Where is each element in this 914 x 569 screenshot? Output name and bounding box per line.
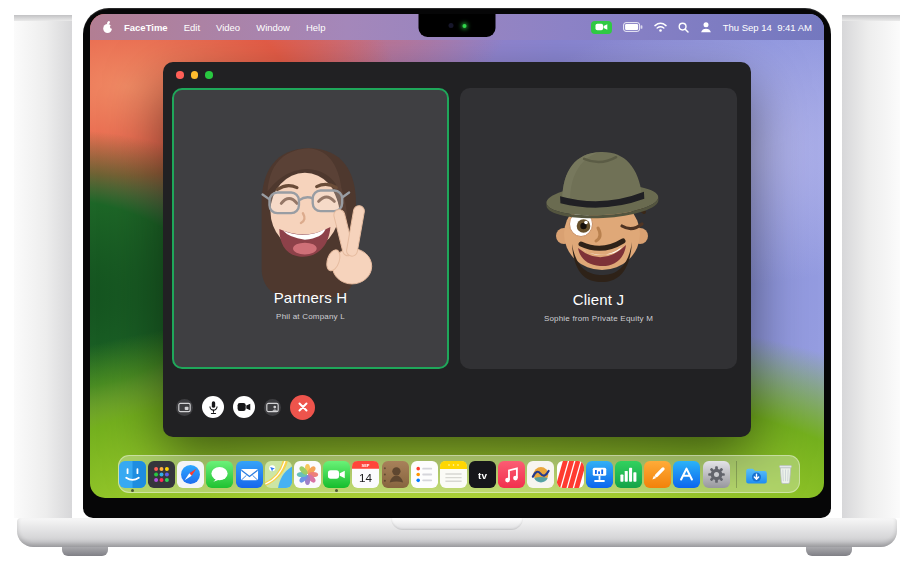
dock-icon-pages[interactable] — [644, 461, 671, 488]
spotlight-search-icon[interactable] — [678, 22, 689, 33]
minimize-window-button[interactable] — [191, 71, 199, 79]
app-menus: FaceTime Edit Video Window Help — [124, 22, 326, 33]
facetime-window[interactable]: Partners H Phil at Company L — [163, 62, 751, 437]
participant-tile-client-j[interactable]: Client J Sophie from Private Equity M — [460, 88, 737, 369]
memoji-client-j — [523, 144, 675, 294]
apple-menu-icon[interactable] — [102, 20, 114, 34]
user-switcher-icon[interactable] — [700, 21, 712, 33]
call-controls — [176, 393, 315, 421]
participant-subtitle: Phil at Company L — [174, 312, 447, 321]
participant-name: Partners H — [174, 289, 447, 306]
window-controls — [176, 71, 213, 79]
dock-icon-safari[interactable] — [177, 461, 204, 488]
dock-divider — [736, 461, 737, 488]
laptop-left-edge — [14, 15, 72, 518]
laptop-right-edge — [842, 15, 900, 518]
dock-icon-notes[interactable] — [440, 461, 467, 488]
menu-video[interactable]: Video — [216, 22, 240, 33]
dock-icon-photos[interactable] — [294, 461, 321, 488]
desktop-wallpaper: FaceTime Edit Video Window Help — [90, 14, 824, 498]
sidebar-pip-button[interactable] — [176, 399, 193, 416]
dock-icon-music[interactable] — [498, 461, 525, 488]
dock-icon-launchpad[interactable] — [148, 461, 175, 488]
participant-grid: Partners H Phil at Company L — [172, 88, 737, 369]
dock-icon-trash[interactable] — [772, 461, 799, 488]
participant-tile-partners-h[interactable]: Partners H Phil at Company L — [172, 88, 449, 369]
dock-icon-numbers[interactable] — [615, 461, 642, 488]
camera-lens — [448, 23, 453, 28]
microphone-button[interactable] — [202, 396, 224, 418]
laptop-base — [17, 518, 897, 547]
dock-icon-facetime[interactable] — [323, 461, 350, 488]
video-camera-button[interactable] — [233, 396, 255, 418]
dock: SEP14 tv — [118, 455, 800, 493]
dock-icon-messages[interactable] — [206, 461, 233, 488]
dock-icon-keynote[interactable] — [586, 461, 613, 488]
dock-icon-maps[interactable] — [265, 461, 292, 488]
menu-window[interactable]: Window — [256, 22, 290, 33]
svg-text:SEP: SEP — [362, 462, 370, 467]
end-call-button[interactable] — [290, 395, 315, 420]
menu-bar-clock[interactable]: Thu Sep 14 9:41 AM — [723, 22, 812, 33]
dock-icon-downloads-folder[interactable] — [743, 461, 770, 488]
dock-icon-app-store[interactable] — [673, 461, 700, 488]
participant-name: Client J — [460, 291, 737, 308]
screen-share-button[interactable] — [264, 399, 281, 416]
macbook-mockup: FaceTime Edit Video Window Help — [0, 0, 914, 569]
dock-icon-mail[interactable] — [236, 461, 263, 488]
dock-icon-system-settings[interactable] — [703, 461, 730, 488]
laptop-foot-left — [62, 547, 108, 556]
participant-label: Partners H Phil at Company L — [174, 289, 447, 321]
wifi-icon[interactable] — [654, 22, 667, 32]
menu-facetime[interactable]: FaceTime — [124, 22, 168, 33]
svg-text:14: 14 — [359, 470, 373, 483]
battery-icon[interactable] — [623, 22, 643, 32]
dock-icon-contacts[interactable] — [382, 461, 409, 488]
menu-help[interactable]: Help — [306, 22, 326, 33]
display-notch — [419, 14, 496, 37]
laptop-foot-right — [806, 547, 852, 556]
laptop-lid-scoop — [391, 518, 523, 530]
dock-icon-news[interactable] — [557, 461, 584, 488]
zoom-window-button[interactable] — [205, 71, 213, 79]
menu-bar-status: Thu Sep 14 9:41 AM — [591, 21, 812, 34]
svg-text:tv: tv — [478, 469, 487, 480]
menu-edit[interactable]: Edit — [184, 22, 200, 33]
dock-icon-reminders[interactable] — [411, 461, 438, 488]
participant-subtitle: Sophie from Private Equity M — [460, 314, 737, 323]
dock-icon-finder[interactable] — [119, 461, 146, 488]
memoji-partners-h — [230, 138, 402, 306]
facetime-active-indicator-icon[interactable] — [591, 21, 612, 34]
close-window-button[interactable] — [176, 71, 184, 79]
camera-led — [462, 24, 466, 28]
dock-icon-freeform[interactable] — [527, 461, 554, 488]
participant-label: Client J Sophie from Private Equity M — [460, 291, 737, 323]
dock-icon-tv[interactable]: tv — [469, 461, 496, 488]
dock-icon-calendar[interactable]: SEP14 — [352, 461, 379, 488]
laptop-lid-bezel: FaceTime Edit Video Window Help — [83, 8, 831, 518]
